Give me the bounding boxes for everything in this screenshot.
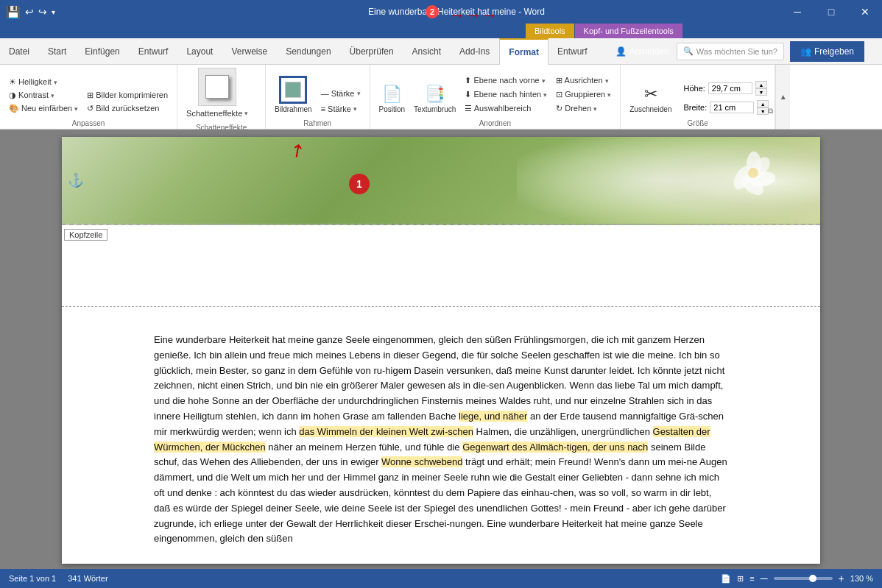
bildrahmen-button[interactable]: Bildrahmen: [272, 74, 315, 115]
help-search-box[interactable]: 🔍 Was möchten Sie tun?: [677, 43, 784, 60]
ribbon-group-anordnen: 📄 Position 📑 Textumbruch ⬆ Ebene nach vo…: [370, 65, 621, 129]
tab-ueberpruefen[interactable]: Überprüfen: [341, 38, 403, 65]
undo-icon[interactable]: ↩: [25, 6, 34, 18]
groesse-inputs: Höhe: ▲ ▼ Breite: ▲ ▼: [684, 81, 769, 115]
hoehe-label: Höhe:: [684, 84, 705, 93]
anmelden-label: Anmelden: [629, 46, 669, 57]
annotation-area: ↗ 1: [349, 174, 370, 194]
share-label: Freigeben: [814, 46, 854, 57]
ausrichten-button[interactable]: ⊞ Ausrichten ▾: [553, 74, 614, 87]
minimize-button[interactable]: ─: [780, 0, 814, 24]
help-search-text: Was möchten Sie tun?: [696, 47, 777, 56]
ebene-vorne-button[interactable]: ⬆ Ebene nach vorne ▾: [462, 74, 550, 87]
hoehe-up[interactable]: ▲: [755, 81, 767, 88]
ebene-hinten-button[interactable]: ⬇ Ebene nach hinten ▾: [462, 88, 550, 101]
tab-ansicht[interactable]: Ansicht: [403, 38, 451, 65]
position-button[interactable]: 📄 Position: [376, 83, 409, 115]
collapse-icon: ▲: [780, 93, 787, 101]
share-button[interactable]: 👥 Freigeben: [790, 41, 864, 62]
neu-einfarben-button[interactable]: 🎨 Neu einfärben ▾: [6, 102, 81, 115]
strich-button[interactable]: — Stärke ▾: [318, 88, 364, 99]
breite-down[interactable]: ▼: [757, 107, 769, 115]
tab-verweise[interactable]: Verweise: [222, 38, 277, 65]
tab-format[interactable]: Format: [499, 38, 548, 65]
anmelden-button[interactable]: 👤 Anmelden: [608, 45, 677, 58]
groesse-label: Größe: [627, 118, 769, 129]
ribbon: ☀ Helligkeit ▾ ◑ Kontrast ▾ 🎨 Neu einfär…: [0, 65, 882, 130]
tab-add-ins[interactable]: Add-Ins: [451, 38, 499, 65]
anpassen-label: Anpassen: [6, 118, 171, 129]
bilder-komprimieren-button[interactable]: ⊞ Bilder komprimieren: [84, 89, 171, 102]
kontrast-button[interactable]: ◑ Kontrast ▾: [6, 89, 81, 102]
drehen-button[interactable]: ↻ Drehen ▾: [553, 102, 614, 115]
save-icon[interactable]: 💾: [6, 5, 21, 19]
auswahlbereich-button[interactable]: ☰ Auswahlbereich: [462, 102, 550, 115]
tab-datei[interactable]: Datei: [0, 38, 39, 65]
schatten-content: Schatteneffekte ▾: [183, 68, 251, 122]
header-image[interactable]: ⚓ ↗ 1: [62, 137, 820, 225]
restore-button[interactable]: □: [814, 0, 848, 24]
layout-icon-2[interactable]: ⊞: [737, 574, 744, 584]
textumbruch-button[interactable]: 📑 Textumbruch: [411, 83, 459, 115]
tab-entwurf[interactable]: Entwurf: [130, 38, 178, 65]
context-tab-kopf-fusszeilen[interactable]: Kopf- und Fußzeilentools: [575, 24, 682, 38]
farbe-button[interactable]: ≡ Stärke ▾: [318, 103, 364, 115]
anordnen-label: Anordnen: [376, 118, 615, 129]
tab-sendungen[interactable]: Sendungen: [277, 38, 340, 65]
tab-einfuegen[interactable]: Einfügen: [76, 38, 129, 65]
schatteneffekte-dropdown[interactable]: Schatteneffekte ▾: [183, 107, 251, 119]
rahmen-col2: — Stärke ▾ ≡ Stärke ▾: [318, 88, 364, 115]
zoom-level: 130 %: [850, 574, 873, 583]
person-icon: 👤: [615, 46, 627, 57]
breite-up[interactable]: ▲: [757, 100, 769, 107]
bildrahmen-icon: [279, 76, 307, 104]
hoehe-spinner[interactable]: ▲ ▼: [755, 81, 767, 96]
window-buttons: ─ □ ✕: [780, 0, 882, 24]
zuschneiden-icon: ✂: [644, 85, 657, 104]
rahmen-content: Bildrahmen — Stärke ▾ ≡ Stärke ▾: [272, 68, 363, 118]
ribbon-group-groesse: ✂ Zuschneiden Höhe: ▲ ▼ Breite:: [621, 65, 775, 129]
redo-icon[interactable]: ↪: [38, 6, 47, 18]
hoehe-input[interactable]: [708, 82, 752, 94]
tab-entwurf2[interactable]: Entwurf: [548, 38, 597, 65]
status-bar: Seite 1 von 1 341 Wörter 📄 ⊞ ≡ ─ + 130 %: [0, 569, 882, 588]
zoom-minus[interactable]: ─: [761, 573, 768, 584]
breite-spinner[interactable]: ▲ ▼: [757, 100, 769, 115]
breite-label: Breite:: [684, 103, 708, 112]
groesse-content: ✂ Zuschneiden Höhe: ▲ ▼ Breite:: [627, 68, 769, 118]
customize-icon[interactable]: ▾: [52, 8, 55, 16]
document-text: Eine wunderbare Heiterkeit hat meine gan…: [62, 327, 820, 562]
layout-icon-1[interactable]: 📄: [721, 574, 731, 584]
groesse-expand[interactable]: ⧉: [768, 107, 773, 116]
close-button[interactable]: ✕: [848, 0, 882, 24]
header-flower-area: [517, 137, 820, 224]
zoom-plus[interactable]: +: [839, 573, 844, 584]
breite-input[interactable]: [710, 102, 754, 113]
search-icon: 🔍: [683, 46, 694, 56]
tab-layout[interactable]: Layout: [177, 38, 222, 65]
position-label: Position: [379, 105, 406, 113]
document-page: ⚓ ↗ 1 Kopfzeile: [62, 137, 820, 564]
anpassen-col1: ☀ Helligkeit ▾ ◑ Kontrast ▾ 🎨 Neu einfär…: [6, 76, 81, 115]
ribbon-tabs-bar: Datei Start Einfügen Entwurf Layout Verw…: [0, 38, 882, 65]
highlight-5: Wonne schwebend: [381, 456, 462, 467]
tab-start[interactable]: Start: [39, 38, 76, 65]
helligkeit-button[interactable]: ☀ Helligkeit ▾: [6, 76, 81, 88]
gruppieren-button[interactable]: ⊡ Gruppieren ▾: [553, 88, 614, 101]
context-tab-bildtools[interactable]: Bildtools: [526, 24, 574, 38]
schatten-preview[interactable]: [198, 68, 236, 106]
anpassen-col2: ⊞ Bilder komprimieren ↺ Bild zurücksetze…: [84, 89, 171, 115]
textumbruch-label: Textumbruch: [414, 105, 456, 113]
hoehe-down[interactable]: ▼: [755, 88, 767, 96]
layout-icon-3[interactable]: ≡: [749, 574, 754, 583]
zoom-slider[interactable]: [774, 577, 833, 580]
highlight-4: Gegenwart des Allmäch-tigen, der uns nac…: [462, 442, 648, 453]
kopfzeile-separator: [62, 306, 820, 307]
highlight-1: liege, und näher: [459, 411, 527, 422]
zuschneiden-label: Zuschneiden: [629, 105, 671, 113]
ribbon-collapse-button[interactable]: ▲: [775, 65, 790, 129]
anchor-icon: ⚓: [68, 172, 84, 188]
zuschneiden-button[interactable]: ✂ Zuschneiden: [627, 83, 674, 115]
bild-zuruecksetzen-button[interactable]: ↺ Bild zurücksetzen: [84, 102, 171, 115]
position-icon: 📄: [382, 85, 402, 104]
